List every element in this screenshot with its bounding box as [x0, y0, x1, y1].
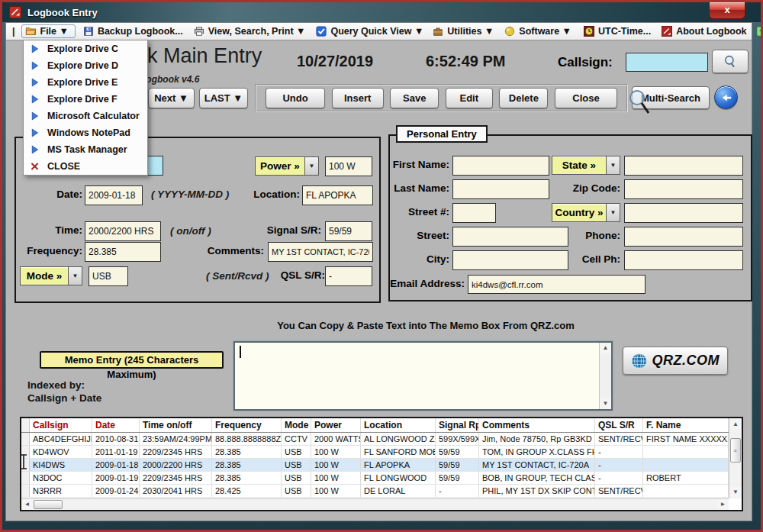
phone-field[interactable]: [624, 227, 743, 247]
table-cell[interactable]: KD4WOV: [30, 446, 92, 458]
table-cell[interactable]: ABC4DEFGHIJKL: [30, 433, 92, 445]
table-row[interactable]: N3DOC2009-01-192209/2345 HRS28.385USB100…: [21, 472, 729, 485]
country-dropdown-label[interactable]: Country »: [552, 203, 607, 222]
date-field[interactable]: [85, 185, 143, 205]
last-name-field[interactable]: [452, 179, 549, 199]
table-cell[interactable]: 59/59: [436, 472, 479, 484]
table-cell[interactable]: [643, 446, 729, 458]
memo-textarea[interactable]: [235, 343, 599, 409]
first-name-field[interactable]: [452, 156, 549, 176]
table-cell[interactable]: USB: [282, 446, 311, 458]
callsign-search-button[interactable]: [712, 50, 749, 73]
country-dropdown-arrow[interactable]: ▼: [607, 203, 620, 222]
menu-item-about[interactable]: About Logbook: [662, 26, 746, 37]
menu-item-query-quick-view[interactable]: Query Quick View ▼: [316, 26, 423, 37]
table-cell[interactable]: 2009-01-18: [92, 459, 140, 471]
file-menu-item-explore-drive-f[interactable]: Explore Drive F: [24, 91, 147, 108]
table-cell[interactable]: MY 1ST CONTACT, IC-720A: [479, 459, 595, 471]
column-header-callsign[interactable]: Callsign: [30, 418, 92, 432]
mode-field[interactable]: [89, 266, 128, 286]
menu-item-backup[interactable]: Backup Logbook...: [83, 26, 183, 37]
table-hscroll-thumb[interactable]: [34, 500, 63, 509]
table-cell[interactable]: Jim, Node 78750, Rp GB3KD: [479, 433, 595, 445]
table-cell[interactable]: SENT/RECVD: [595, 433, 643, 445]
multi-search-button[interactable]: Multi-Search: [632, 86, 710, 109]
last-button[interactable]: LAST ▼: [199, 88, 248, 108]
street-number-field[interactable]: [452, 203, 496, 223]
table-row[interactable]: N3RRR2009-01-242030/2041 HRS28.425USB100…: [21, 485, 729, 498]
table-cell[interactable]: DE LORAL: [361, 485, 436, 497]
table-cell[interactable]: 2030/2041 HRS: [140, 485, 212, 497]
column-header-date[interactable]: Date: [92, 418, 140, 432]
memo-scroll-up-icon[interactable]: ▲: [600, 343, 611, 353]
column-header-signal-rpt[interactable]: Signal Rpt: [436, 418, 479, 432]
state-dropdown-label[interactable]: State »: [552, 156, 607, 175]
undo-button[interactable]: Undo: [266, 88, 325, 108]
table-cell[interactable]: ROBERT: [643, 472, 729, 484]
table-cell[interactable]: 599X/599X: [436, 433, 479, 445]
column-header-power[interactable]: Power: [311, 418, 361, 432]
row-selector[interactable]: [21, 472, 30, 484]
frequency-field[interactable]: [85, 242, 161, 262]
menu-item-utilities[interactable]: Utilities ▼: [433, 26, 494, 37]
table-cell[interactable]: KI4DWS: [30, 459, 92, 471]
table-cell[interactable]: 28.425: [212, 485, 282, 497]
column-header-mode[interactable]: Mode: [282, 418, 311, 432]
menu-item-utc-time[interactable]: UTC-Time...: [584, 26, 651, 37]
close-button[interactable]: Close: [555, 88, 617, 108]
mode-dropdown-label[interactable]: Mode »: [20, 266, 69, 285]
street-field[interactable]: [452, 227, 568, 247]
table-row[interactable]: KD4WOV2011-01-192209/2345 HRS28.385USB10…: [21, 446, 729, 459]
comments-field[interactable]: [268, 242, 373, 262]
table-scroll-up-icon[interactable]: ▲: [729, 419, 742, 430]
table-cell[interactable]: USB: [282, 485, 311, 497]
table-cell[interactable]: 100 W: [311, 485, 361, 497]
city-field[interactable]: [452, 250, 568, 270]
power-dropdown-label[interactable]: Power »: [255, 156, 305, 176]
power-field[interactable]: [325, 156, 372, 176]
menu-item-software[interactable]: Software ▼: [504, 26, 571, 37]
callsign-search-input[interactable]: [626, 53, 708, 72]
table-cell[interactable]: 59/59: [436, 459, 479, 471]
location-field[interactable]: [302, 185, 373, 205]
next-button[interactable]: Next ▼: [148, 88, 195, 108]
table-cell[interactable]: 2011-01-19: [92, 446, 140, 458]
menu-item-help[interactable]: ?Help: [756, 26, 763, 37]
power-dropdown-arrow[interactable]: ▼: [305, 156, 319, 176]
state-field[interactable]: [624, 156, 743, 176]
table-cell[interactable]: 2209/2345 HRS: [140, 446, 212, 458]
row-selector[interactable]: [21, 446, 30, 458]
file-menu-item-explore-drive-c[interactable]: Explore Drive C: [24, 40, 147, 57]
mode-dropdown-arrow[interactable]: ▼: [69, 266, 82, 285]
table-cell[interactable]: USB: [282, 472, 311, 484]
table-scroll-down-icon[interactable]: ▼: [729, 487, 742, 498]
table-cell[interactable]: FL APOPKA: [361, 459, 436, 471]
back-button[interactable]: [714, 85, 738, 109]
table-cell[interactable]: 59/59: [436, 446, 479, 458]
table-row[interactable]: ABC4DEFGHIJKL2010-08-3123:59AM/24:99PM88…: [21, 433, 729, 446]
file-menu-item-close[interactable]: CLOSE: [24, 158, 147, 175]
signal-field[interactable]: [325, 221, 372, 241]
time-field[interactable]: [85, 221, 161, 241]
table-cell[interactable]: SENT/RECVD: [595, 485, 643, 497]
table-horizontal-scrollbar[interactable]: ◄ ►: [21, 498, 729, 510]
email-field[interactable]: [468, 275, 645, 294]
table-cell[interactable]: 2009-01-19: [92, 472, 140, 484]
file-menu-item-microsoft-calculator[interactable]: Microsoft Calculator: [24, 108, 147, 124]
table-cell[interactable]: BOB, IN GROUP, TECH CLASS: [479, 472, 595, 484]
table-cell[interactable]: 2209/2345 HRS: [140, 472, 212, 484]
table-cell[interactable]: -: [595, 446, 643, 458]
table-cell[interactable]: 2000/2200 HRS: [140, 459, 212, 471]
edit-button[interactable]: Edit: [446, 88, 493, 108]
table-cell[interactable]: AL LONGWOOD ZZZ: [361, 433, 436, 445]
file-menu-item-explore-drive-d[interactable]: Explore Drive D: [24, 57, 147, 74]
column-header-time-on-off[interactable]: Time on/off: [140, 418, 212, 432]
table-scroll-right-icon[interactable]: ►: [717, 499, 729, 510]
row-selector[interactable]: [21, 459, 30, 471]
zip-code-field[interactable]: [624, 179, 743, 199]
file-menu-item-explore-drive-e[interactable]: Explore Drive E: [24, 74, 147, 91]
table-cell[interactable]: USB: [282, 459, 311, 471]
file-menu-item-ms-task-manager[interactable]: MS Task Manager: [24, 141, 147, 158]
column-header-f-name[interactable]: F. Name: [643, 418, 729, 432]
table-cell[interactable]: 2010-08-31: [92, 433, 140, 445]
